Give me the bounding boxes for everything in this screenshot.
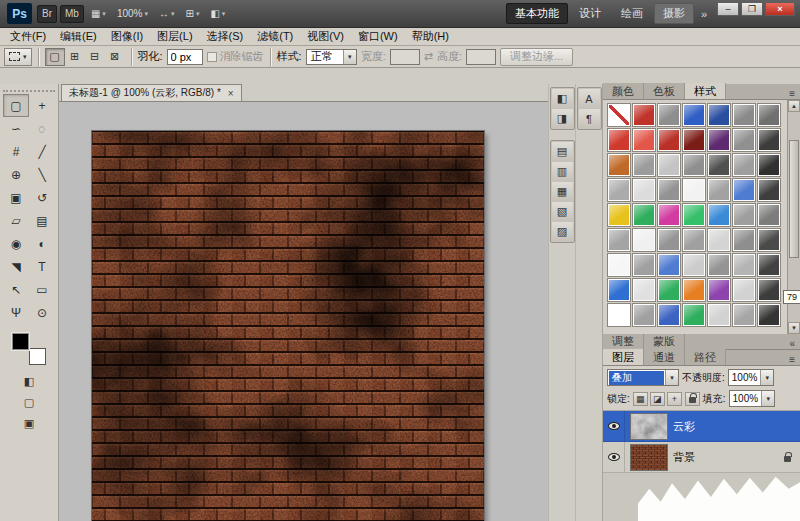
style-swatch-1[interactable] — [632, 103, 656, 127]
tool-preset-picker[interactable]: ▾ — [4, 48, 32, 66]
tool-pen[interactable]: ◥ — [3, 255, 29, 278]
collapsed-panel-paragraph[interactable]: ¶ — [579, 109, 600, 128]
style-swatch-21[interactable] — [607, 178, 631, 202]
tool-rectangle-shape[interactable]: ▭ — [29, 278, 55, 301]
tool-path-selection[interactable]: ↖ — [3, 278, 29, 301]
canvas-area[interactable] — [59, 101, 548, 521]
style-swatch-52[interactable] — [682, 278, 706, 302]
opacity-value[interactable]: 100% ▾ — [728, 369, 775, 386]
layer-thumbnail-clouds[interactable] — [630, 413, 668, 440]
collapse-panel-icon[interactable]: « — [784, 338, 800, 349]
style-swatch-59[interactable] — [682, 303, 706, 327]
style-swatch-31[interactable] — [682, 203, 706, 227]
layer-thumbnail-background[interactable] — [630, 444, 668, 471]
workspace-basic[interactable]: 基本功能 — [506, 3, 568, 24]
style-swatch-62[interactable] — [757, 303, 781, 327]
menu-item-7[interactable]: 窗口(W) — [351, 29, 405, 44]
style-swatch-53[interactable] — [707, 278, 731, 302]
style-swatch-14[interactable] — [607, 153, 631, 177]
style-swatch-44[interactable] — [657, 253, 681, 277]
lock-position-button[interactable]: + — [667, 392, 682, 406]
style-swatch-7[interactable] — [607, 128, 631, 152]
style-swatch-2[interactable] — [657, 103, 681, 127]
tool-eyedropper[interactable]: ╱ — [29, 140, 55, 163]
style-swatch-0[interactable] — [607, 103, 631, 127]
menu-item-1[interactable]: 编辑(E) — [53, 29, 104, 44]
tool-crop[interactable]: # — [3, 140, 29, 163]
style-swatch-51[interactable] — [657, 278, 681, 302]
style-swatch-35[interactable] — [607, 228, 631, 252]
tool-spot-healing-brush[interactable]: ⊕ — [3, 163, 29, 186]
view-extras-button[interactable]: ▦▾ — [87, 5, 110, 23]
style-swatch-56[interactable] — [607, 303, 631, 327]
tab-样式[interactable]: 样式 — [685, 83, 726, 99]
collapsed-panel-character[interactable]: A — [579, 89, 600, 108]
style-swatch-30[interactable] — [657, 203, 681, 227]
style-swatch-10[interactable] — [682, 128, 706, 152]
subtract-selection-mode-button[interactable]: ⊟ — [85, 48, 105, 66]
style-swatch-58[interactable] — [657, 303, 681, 327]
style-swatch-47[interactable] — [732, 253, 756, 277]
chevron-down-icon[interactable]: ▾ — [665, 370, 678, 385]
workspace-paint[interactable]: 绘画 — [612, 3, 652, 24]
workspace-photo[interactable]: 摄影 — [654, 3, 694, 24]
style-swatch-27[interactable] — [757, 178, 781, 202]
style-swatch-45[interactable] — [682, 253, 706, 277]
menu-item-4[interactable]: 选择(S) — [200, 29, 251, 44]
style-swatch-12[interactable] — [732, 128, 756, 152]
foreground-color-swatch[interactable] — [12, 333, 29, 350]
tool-clone-stamp[interactable]: ▣ — [3, 186, 29, 209]
panel-menu-icon[interactable]: ≡ — [784, 354, 800, 365]
style-swatch-3[interactable] — [682, 103, 706, 127]
style-swatch-55[interactable] — [757, 278, 781, 302]
workspace-design[interactable]: 设计 — [570, 3, 610, 24]
background-color-swatch[interactable] — [29, 348, 46, 365]
style-swatch-5[interactable] — [732, 103, 756, 127]
menu-item-6[interactable]: 视图(V) — [300, 29, 351, 44]
layer-row-background[interactable]: 背景 — [603, 442, 800, 473]
lock-transparency-button[interactable]: ▦ — [633, 392, 648, 406]
tab-色板[interactable]: 色板 — [644, 83, 685, 99]
chevron-down-icon[interactable]: ▾ — [761, 391, 774, 406]
tab-通道[interactable]: 通道 — [644, 349, 685, 365]
style-swatch-23[interactable] — [657, 178, 681, 202]
tool-dodge[interactable]: ◐ — [29, 232, 55, 255]
tool-eraser[interactable]: ▱ — [3, 209, 29, 232]
tool-blur[interactable]: ◉ — [3, 232, 29, 255]
style-swatch-48[interactable] — [757, 253, 781, 277]
style-swatch-57[interactable] — [632, 303, 656, 327]
style-swatch-60[interactable] — [707, 303, 731, 327]
style-swatch-54[interactable] — [732, 278, 756, 302]
style-swatch-46[interactable] — [707, 253, 731, 277]
style-swatch-13[interactable] — [757, 128, 781, 152]
collapsed-panel-3[interactable]: ▤ — [552, 142, 573, 161]
collapsed-panel-4[interactable]: ▥ — [552, 162, 573, 181]
menu-item-2[interactable]: 图像(I) — [104, 29, 150, 44]
maximize-button[interactable]: ❐ — [741, 2, 763, 16]
visibility-toggle[interactable] — [603, 442, 625, 472]
zoom-level-button[interactable]: 100%▾ — [113, 5, 152, 23]
bridge-launcher-button[interactable]: Br — [37, 5, 57, 23]
style-swatch-37[interactable] — [657, 228, 681, 252]
menu-item-8[interactable]: 帮助(H) — [405, 29, 456, 44]
tool-brush[interactable]: ╲ — [29, 163, 55, 186]
scroll-up-icon[interactable]: ▲ — [788, 100, 800, 112]
style-swatch-6[interactable] — [757, 103, 781, 127]
tool-quick-selection[interactable]: ◌ — [29, 117, 55, 140]
style-swatch-32[interactable] — [707, 203, 731, 227]
blend-mode-select[interactable]: 叠加 ▾ — [607, 369, 679, 386]
fill-value[interactable]: 100% ▾ — [729, 390, 776, 407]
tool-move[interactable]: + — [29, 94, 55, 117]
style-swatch-9[interactable] — [657, 128, 681, 152]
tab-close-icon[interactable]: × — [228, 88, 234, 99]
new-selection-mode-button[interactable]: ▢ — [45, 48, 65, 66]
screen-mode-button[interactable]: ◧▾ — [206, 5, 229, 23]
collapsed-panel-6[interactable]: ▧ — [552, 202, 573, 221]
chevron-down-icon[interactable]: ▾ — [760, 370, 773, 385]
chevron-down-icon[interactable]: ▾ — [343, 50, 356, 64]
layer-row-clouds[interactable]: 云彩 — [603, 411, 800, 442]
style-swatch-26[interactable] — [732, 178, 756, 202]
style-swatch-41[interactable] — [757, 228, 781, 252]
lock-pixels-button[interactable]: ◪ — [650, 392, 665, 406]
style-swatch-20[interactable] — [757, 153, 781, 177]
